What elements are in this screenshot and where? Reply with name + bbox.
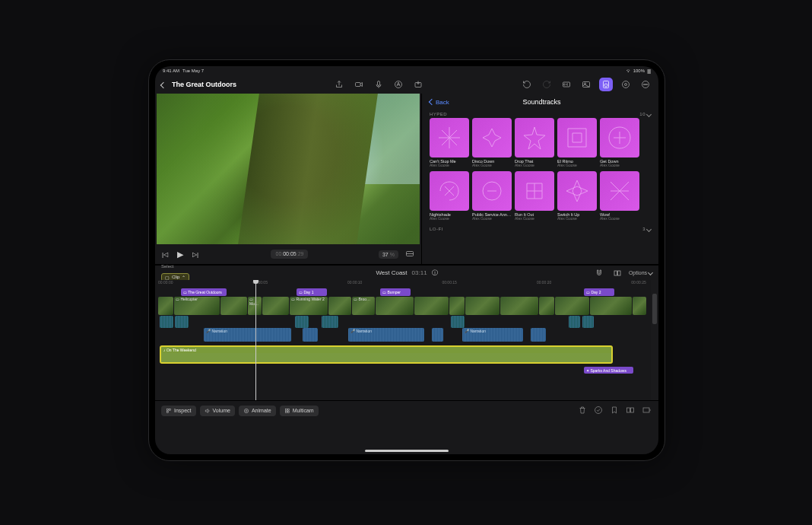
svg-point-22 <box>246 410 247 412</box>
video-clip[interactable] <box>590 297 632 315</box>
magnetic-icon[interactable] <box>592 266 606 280</box>
info-icon[interactable]: ⓘ <box>432 269 438 277</box>
video-clip[interactable] <box>449 297 465 315</box>
narration-clip[interactable]: 🎤 Narration <box>204 328 291 342</box>
soundtrack-item[interactable]: Drop ThatAlex Goose <box>515 118 554 168</box>
video-clip[interactable] <box>220 297 247 315</box>
options-button[interactable]: Options <box>629 270 652 275</box>
back-button[interactable] <box>161 81 166 89</box>
soundtrack-item[interactable]: Run It OutAlex Goose <box>515 171 554 221</box>
animate-button[interactable]: Animate <box>239 406 276 416</box>
timecode-display[interactable]: 00:00:05:29 <box>271 250 308 259</box>
status-time: 9:41 AM <box>163 68 179 73</box>
audio-clip[interactable] <box>160 316 173 328</box>
soundtrack-item[interactable]: Switch It UpAlex Goose <box>557 171 597 221</box>
svg-point-12 <box>644 84 645 85</box>
music-clip[interactable]: ♪ On The Weekend <box>160 345 613 364</box>
redo-icon[interactable] <box>540 78 553 91</box>
app-header: The Great Outdoors <box>155 75 658 94</box>
browser-back-button[interactable]: Back <box>430 99 449 106</box>
narration-clip[interactable] <box>531 328 546 342</box>
audio-clip[interactable] <box>569 316 580 328</box>
prev-frame-button[interactable]: |◁ <box>160 251 170 258</box>
split-icon[interactable] <box>624 404 636 418</box>
video-clip[interactable] <box>158 297 173 315</box>
viewer-display-icon[interactable] <box>403 247 417 261</box>
soundtrack-item[interactable]: Disco DownAlex Goose <box>472 118 512 168</box>
soundtrack-item[interactable]: Wow!Alex Goose <box>600 171 639 221</box>
narration-clip[interactable] <box>432 328 443 342</box>
video-clip[interactable]: ▭ Broo… <box>352 297 375 315</box>
narration-clip[interactable]: 🎤 Narration <box>348 328 424 342</box>
section-header-hyped[interactable]: HYPED 10 <box>430 110 651 118</box>
playhead[interactable] <box>255 280 256 400</box>
video-clip[interactable] <box>328 297 351 315</box>
select-label: Select <box>161 264 189 269</box>
svg-rect-23 <box>285 409 287 410</box>
svg-rect-20 <box>167 411 169 412</box>
soundtrack-item[interactable]: Can't Stop MeAlex Goose <box>430 118 469 168</box>
title-clip[interactable]: ▭ Day 1 <box>297 288 327 296</box>
section-header-lofi[interactable]: LO-FI 3 <box>430 225 651 233</box>
video-clip[interactable] <box>500 297 538 315</box>
keyword-clip[interactable]: ✦ Sparks And Shadows <box>584 367 633 374</box>
cc-icon[interactable] <box>560 78 573 91</box>
audio-clip[interactable] <box>451 316 465 328</box>
voiceover-icon[interactable] <box>619 78 633 91</box>
video-clip[interactable] <box>465 297 500 315</box>
inspect-button[interactable]: Inspect <box>161 406 196 416</box>
soundtracks-icon[interactable] <box>599 78 613 91</box>
video-clip[interactable]: ▭ Running Water 2 <box>290 297 328 315</box>
video-clip[interactable] <box>633 297 646 315</box>
narration-clip[interactable] <box>303 328 318 342</box>
title-clip[interactable]: ▭ The Great Outdoors <box>181 288 227 296</box>
camera-icon[interactable] <box>352 78 366 91</box>
multicam-button[interactable]: Multicam <box>280 406 319 416</box>
home-indicator[interactable] <box>365 450 449 452</box>
video-clip[interactable] <box>414 297 449 315</box>
title-clip[interactable]: ▭ Day 2 <box>584 288 614 296</box>
video-clip[interactable] <box>262 297 289 315</box>
video-clip[interactable] <box>376 297 414 315</box>
status-bar: 9:41 AM Tue May 7 ᯤ 100% ䷀ <box>155 66 658 75</box>
soundtrack-item[interactable]: Public Service AnnouncementAlex Goose <box>472 171 512 221</box>
snapping-icon[interactable] <box>611 266 624 280</box>
mic-icon[interactable] <box>372 78 385 91</box>
history-icon[interactable] <box>520 78 534 91</box>
video-clip[interactable]: ▭ Helicopter <box>174 297 220 315</box>
share-icon[interactable] <box>332 78 346 91</box>
soundtrack-item[interactable]: NightshadeAlex Goose <box>430 171 469 221</box>
svg-rect-29 <box>631 408 634 412</box>
play-button[interactable]: ▶ <box>175 250 186 259</box>
video-clip[interactable] <box>539 297 554 315</box>
import-icon[interactable] <box>411 78 425 91</box>
title-clip[interactable]: ▭ Bumper <box>380 288 411 296</box>
soundtrack-item[interactable]: Get DownAlex Goose <box>600 118 639 168</box>
video-clip[interactable]: ▭ Mo… <box>248 297 262 315</box>
battery-icon: ䷀ <box>647 68 651 74</box>
video-clip[interactable] <box>555 297 589 315</box>
timeline[interactable]: 00:00:0000:00:0500:00:1000:00:1500:00:20… <box>155 280 658 400</box>
timeline-duration: 03:11 <box>412 269 427 276</box>
viewer-canvas[interactable] <box>157 94 420 244</box>
timeline-scrollbar[interactable] <box>651 280 658 400</box>
bookmark-icon[interactable] <box>608 404 620 418</box>
narration-clip[interactable]: 🎤 Narration <box>462 328 523 342</box>
svg-point-8 <box>604 84 607 87</box>
trim-icon[interactable] <box>640 404 652 418</box>
next-frame-button[interactable]: ▷| <box>190 251 201 258</box>
audio-clip[interactable] <box>295 316 309 328</box>
audio-clip[interactable] <box>582 316 594 328</box>
audio-clip[interactable] <box>175 316 189 328</box>
svg-rect-28 <box>627 408 630 412</box>
photo-icon[interactable] <box>579 78 593 91</box>
audio-clip[interactable] <box>322 316 338 328</box>
chevron-down-icon <box>646 227 652 232</box>
more-icon[interactable] <box>639 78 652 91</box>
trash-icon[interactable] <box>576 404 588 418</box>
soundtrack-item[interactable]: El RitmoAlex Goose <box>557 118 597 168</box>
checkmark-icon[interactable] <box>592 404 604 418</box>
text-icon[interactable] <box>392 78 405 91</box>
zoom-level[interactable]: 37% <box>379 250 398 259</box>
volume-button[interactable]: Volume <box>200 406 235 416</box>
